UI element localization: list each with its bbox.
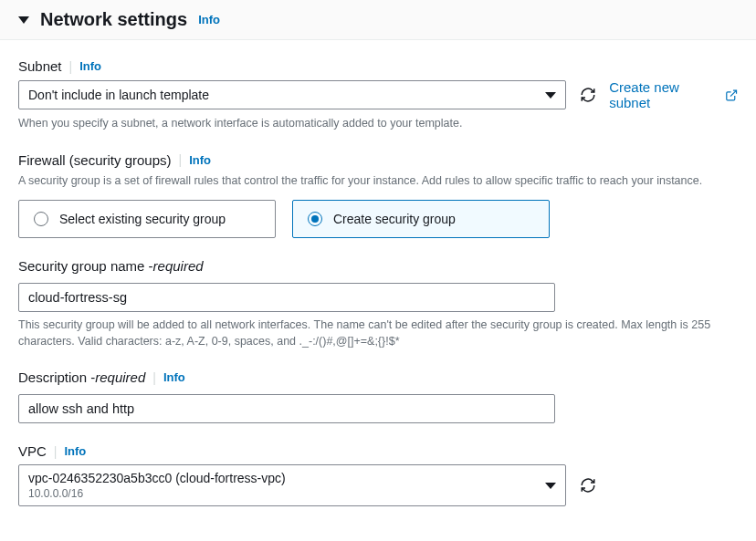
sg-name-label: Security group name - — [18, 258, 153, 274]
create-subnet-link[interactable]: Create new subnet — [609, 79, 738, 110]
header-info-link[interactable]: Info — [198, 13, 220, 26]
vpc-label: VPC — [18, 443, 47, 459]
radio-existing-label: Select existing security group — [59, 212, 226, 226]
sg-name-input[interactable] — [18, 283, 555, 312]
description-input[interactable] — [18, 394, 555, 423]
divider: | — [152, 370, 156, 385]
chevron-down-icon — [545, 483, 556, 489]
subnet-refresh-button[interactable] — [579, 86, 596, 104]
subnet-select[interactable]: Don't include in launch template — [18, 80, 566, 109]
subnet-info-link[interactable]: Info — [79, 59, 101, 73]
firewall-info-link[interactable]: Info — [189, 153, 211, 167]
subnet-label: Subnet — [18, 58, 62, 74]
divider: | — [54, 444, 58, 459]
description-label: Description - — [18, 369, 95, 385]
sg-name-required: required — [153, 258, 204, 274]
vpc-refresh-button[interactable] — [579, 476, 597, 494]
radio-create-label: Create security group — [333, 212, 456, 226]
vpc-info-link[interactable]: Info — [64, 444, 86, 458]
vpc-cidr: 10.0.0.0/16 — [28, 487, 286, 500]
firewall-label: Firewall (security groups) — [18, 152, 172, 168]
description-required: required — [95, 369, 145, 385]
radio-icon — [34, 212, 48, 226]
subnet-select-value: Don't include in launch template — [28, 88, 209, 102]
svg-line-0 — [730, 90, 737, 97]
sg-name-hint: This security group will be added to all… — [18, 317, 738, 349]
subnet-hint: When you specify a subnet, a network int… — [18, 116, 738, 132]
section-title: Network settings — [40, 9, 187, 30]
collapse-caret-icon — [18, 16, 29, 24]
firewall-hint: A security group is a set of firewall ru… — [18, 173, 738, 190]
radio-existing-sg[interactable]: Select existing security group — [18, 200, 276, 238]
divider: | — [69, 59, 73, 74]
refresh-icon — [580, 477, 596, 494]
radio-create-sg[interactable]: Create security group — [292, 200, 550, 238]
refresh-icon — [580, 87, 596, 103]
vpc-select[interactable]: vpc-0246352230a5b3cc0 (cloud-fortress-vp… — [18, 464, 566, 506]
section-header[interactable]: Network settings Info — [0, 0, 756, 40]
divider: | — [179, 152, 183, 167]
chevron-down-icon — [545, 92, 556, 99]
radio-icon — [308, 212, 322, 226]
description-info-link[interactable]: Info — [163, 370, 185, 384]
vpc-select-value: vpc-0246352230a5b3cc0 (cloud-fortress-vp… — [28, 471, 286, 485]
create-subnet-label: Create new subnet — [609, 79, 719, 110]
external-link-icon — [725, 88, 738, 102]
